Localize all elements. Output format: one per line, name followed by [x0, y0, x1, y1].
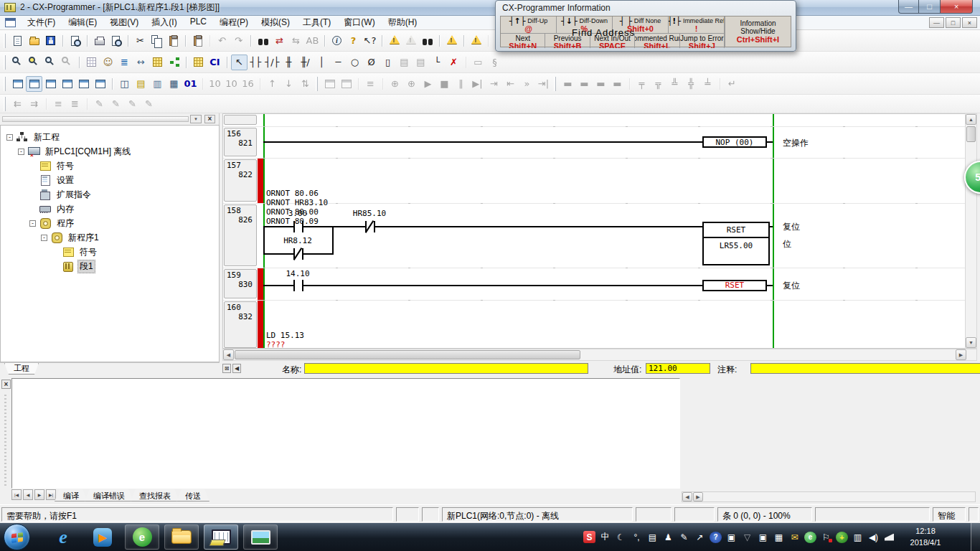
tray-icon[interactable]: ◀) [867, 531, 880, 543]
toolbar-button[interactable] [108, 33, 124, 49]
tree-expand-box[interactable]: - [6, 134, 13, 141]
taskbar-app-button[interactable]: e [46, 524, 80, 550]
ladder-horizontal-scrollbar[interactable]: ◀ ▶ [222, 349, 977, 361]
output-close-button[interactable]: × [1, 380, 11, 389]
toolbar-button[interactable] [59, 76, 75, 92]
toolbar-button[interactable]: ▬ [609, 76, 626, 92]
tray-icon[interactable]: ▤ [646, 531, 659, 543]
toolbar-button[interactable]: ┤/├ [264, 55, 281, 70]
toolbar-button[interactable]: 10 [207, 76, 223, 92]
toolbar-button[interactable]: ╬ [683, 76, 699, 92]
toolbar-button[interactable]: ⇉ [26, 96, 42, 112]
toolbar-button[interactable]: ≡ [50, 96, 67, 112]
toolbar-button[interactable]: ▤ [413, 55, 429, 70]
tray-icon[interactable]: ✉ [788, 531, 801, 543]
close-button[interactable]: × [940, 0, 973, 14]
tray-icon[interactable]: ▣ [725, 531, 738, 543]
toolbar-button[interactable]: └ [429, 55, 446, 70]
taskbar-app-button[interactable] [204, 524, 238, 550]
toolbar-button[interactable] [42, 55, 59, 70]
taskbar-app-button[interactable]: e [125, 524, 159, 550]
menu-item[interactable]: 帮助(H) [382, 15, 424, 30]
output-content[interactable] [11, 378, 680, 489]
toolbar-button[interactable] [149, 55, 166, 70]
ladder-vertical-scrollbar[interactable]: ▲ ▼ [965, 113, 977, 349]
toolbar-button[interactable]: CI [207, 55, 223, 70]
toolbar-button[interactable]: ▦ [166, 76, 182, 92]
tray-icon[interactable]: ☾ [615, 531, 627, 543]
taskbar-clock[interactable]: 12:18 2018/4/1 [900, 525, 951, 548]
toolbar-button[interactable] [149, 33, 165, 49]
tray-icon[interactable]: + [836, 532, 848, 543]
toolbar-button[interactable]: │ [314, 55, 330, 70]
tab-last-button[interactable]: ▶| [46, 489, 56, 500]
taskbar-app-button[interactable] [164, 524, 199, 550]
tray-icon[interactable]: ✎ [678, 531, 690, 543]
toolbar-button[interactable]: ☺ [100, 55, 116, 70]
ladder-rung-158[interactable]: 158 826 3.00 HR85.10 HR8.12 [223, 204, 965, 268]
bar-collapse-button[interactable]: ◀ [232, 364, 241, 373]
toolbar-button[interactable]: ○ [347, 55, 363, 70]
tree-expand-box[interactable]: - [18, 149, 24, 155]
toolbar-button[interactable]: ? [345, 33, 362, 49]
tree-item[interactable]: - 程序 [1, 216, 219, 230]
name-input[interactable] [304, 363, 588, 374]
toolbar-button[interactable] [91, 33, 108, 49]
toolbar-button[interactable]: ✎ [124, 96, 141, 112]
toolbar-button[interactable]: ↔ [133, 55, 149, 70]
toolbar-button[interactable]: ╦ [650, 76, 666, 92]
bar-close-button[interactable]: ⊠ [222, 364, 231, 373]
toolbar-button[interactable] [402, 33, 419, 49]
menu-item[interactable]: 文件(F) [21, 15, 62, 30]
toolbar-button[interactable] [83, 55, 100, 70]
scroll-right-button[interactable]: ▶ [693, 492, 703, 501]
toolbar-button[interactable] [9, 55, 26, 70]
toolbar-button[interactable] [321, 76, 338, 92]
comment-input[interactable] [750, 363, 980, 374]
taskbar-app-button[interactable] [243, 524, 278, 550]
toolbar-button[interactable]: ↑ [264, 76, 281, 92]
toolbar-button[interactable]: ✂ [132, 33, 149, 49]
tray-icon[interactable]: ▣ [757, 531, 769, 543]
toolbar-button[interactable]: ↶ [214, 33, 230, 49]
toolbar-button[interactable]: ✗ [446, 55, 462, 70]
tab-first-button[interactable]: |◀ [11, 489, 22, 500]
toolbar-grip[interactable] [4, 55, 6, 70]
contact-operand[interactable]: HR85.10 [341, 209, 398, 218]
toolbar-button[interactable] [9, 76, 26, 92]
toolbar-button[interactable] [419, 33, 435, 49]
tray-icon[interactable]: ▦ [773, 531, 785, 543]
toolbar-button[interactable]: ▤ [396, 55, 413, 70]
toolbar-button[interactable]: ≣ [116, 55, 133, 70]
address-input[interactable]: 121.00 [646, 363, 710, 374]
toolbar-button[interactable]: ─ [330, 55, 347, 70]
tray-icon[interactable]: ▥ [852, 531, 864, 543]
toolbar-button[interactable]: § [486, 55, 503, 70]
toolbar-button[interactable] [190, 55, 207, 70]
toolbar-button[interactable]: 01 [182, 76, 199, 92]
tree-item[interactable]: - 新工程 [1, 130, 219, 144]
tree-item[interactable]: - 新PLC1[CQM1H] 离线 [1, 144, 219, 159]
toolbar-button[interactable] [165, 33, 182, 49]
toolbar-button[interactable]: ▶| [469, 76, 486, 92]
toolbar-button[interactable]: » [519, 76, 535, 92]
toolbar-grip[interactable] [554, 77, 556, 91]
tray-icon[interactable]: ? [710, 532, 722, 543]
tree-item[interactable]: - 新程序1 [1, 230, 219, 245]
panel-drag-handle[interactable] [2, 116, 189, 122]
toolbar-button[interactable]: ✎ [141, 96, 157, 112]
toolbar-button[interactable] [92, 76, 108, 92]
mdi-restore-button[interactable]: □ [946, 17, 961, 28]
toolbar-button[interactable]: ↖ [231, 55, 248, 70]
tray-icon[interactable]: 中 [599, 531, 611, 543]
output-tab[interactable]: 传送 [176, 489, 209, 501]
tree-item[interactable]: 段1 [1, 259, 219, 273]
toolbar-button[interactable]: ╫ [281, 55, 297, 70]
menu-item[interactable]: 编程(P) [213, 15, 255, 30]
toolbar-button[interactable]: ⊕ [403, 76, 420, 92]
tree-item[interactable]: 符号 [1, 245, 219, 259]
toolbar-button[interactable] [75, 76, 92, 92]
toolbar-button[interactable] [255, 33, 271, 49]
toolbar-button[interactable] [443, 33, 460, 49]
toolbar-grip[interactable] [316, 77, 318, 91]
